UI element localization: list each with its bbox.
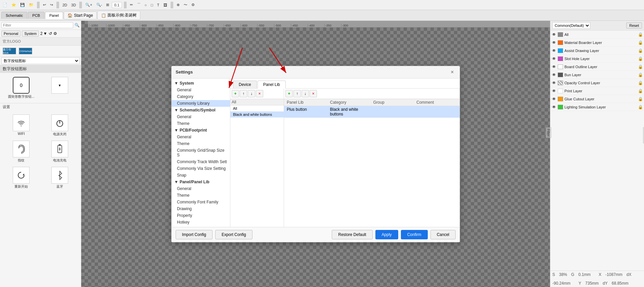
toolbar-image[interactable]: 🖼: [162, 2, 169, 8]
tab-panel[interactable]: Panel: [45, 12, 63, 19]
tree-item-font-family[interactable]: Commonly Font Family: [172, 199, 230, 205]
tree-item-general2[interactable]: General: [172, 113, 230, 120]
add-btn-left[interactable]: +: [232, 90, 239, 97]
eye-icon[interactable]: 👁: [552, 97, 556, 101]
lock-icon[interactable]: 🔒: [638, 73, 643, 77]
add-btn-right[interactable]: +: [285, 90, 293, 97]
list-item-bluetooth[interactable]: 蓝牙: [41, 165, 79, 190]
version-down[interactable]: ▼: [43, 31, 47, 36]
tab-panel-lib[interactable]: Panel Lib: [258, 81, 286, 89]
list-item-wifi[interactable]: WIFI: [3, 113, 40, 138]
eye-icon[interactable]: 👁: [552, 81, 556, 85]
up-btn-right[interactable]: ↑: [293, 90, 301, 97]
lock-icon[interactable]: 🔒: [638, 105, 643, 109]
tree-parent-schematic[interactable]: ▼ Schematic/Symbol: [172, 107, 230, 113]
personal-btn[interactable]: Personal: [1, 31, 20, 37]
layer-row-bun[interactable]: 👁 Bun Layer 🔒: [550, 71, 644, 79]
lib-dropdown[interactable]: 数字按钮图标: [1, 57, 80, 64]
lock-icon[interactable]: 🔒: [638, 40, 643, 45]
eye-icon[interactable]: 👁: [552, 73, 556, 77]
tree-item-category[interactable]: Category: [172, 93, 230, 100]
export-config-button[interactable]: Export Config: [215, 230, 252, 239]
layer-row-print[interactable]: 👁 Print Layer 🔒: [550, 87, 644, 95]
layer-row-board-outline[interactable]: 👁 Board Outline Layer 🔒: [550, 63, 644, 71]
list-item-power[interactable]: 电源关闭: [41, 113, 79, 138]
tab-schematic[interactable]: Schematic: [1, 12, 27, 19]
tree-parent-pcb[interactable]: ▼ PCB/Footprint: [172, 127, 230, 134]
layer-row-slot[interactable]: 👁 Slot Hole Layer 🔒: [550, 55, 644, 63]
list-item[interactable]: 0 圆矩形数字按钮...: [3, 76, 40, 100]
toolbar-arc[interactable]: ⌒: [136, 2, 142, 8]
layer-row-glue[interactable]: 👁 Glue Cutout Layer 🔒: [550, 95, 644, 103]
toolbar-fit[interactable]: ⊞: [105, 2, 110, 8]
eye-icon[interactable]: 👁: [552, 89, 556, 93]
tree-item-snap[interactable]: Snap: [172, 172, 230, 179]
canvas-area[interactable]: -1050 -1000 -950 -900 -850 -800 -750 -70…: [81, 21, 550, 287]
list-item-restart[interactable]: 重新开始: [3, 165, 40, 190]
toolbar-icon-redo[interactable]: ↪: [49, 2, 54, 8]
toolbar-icon-folder[interactable]: 📁: [28, 2, 35, 8]
lock-icon[interactable]: 🔒: [638, 64, 643, 69]
lock-icon[interactable]: 🔒: [638, 81, 643, 85]
tree-item-theme2[interactable]: Theme: [172, 140, 230, 147]
tree-item-general4[interactable]: General: [172, 185, 230, 192]
down-btn-left[interactable]: ↓: [248, 90, 255, 97]
nav-panel-tab[interactable]: 📋 面板示例:圣诞树: [97, 11, 140, 20]
list-item[interactable]: ▼: [41, 76, 79, 100]
toolbar-wire[interactable]: 〜: [182, 2, 189, 8]
close-button[interactable]: ×: [449, 69, 456, 76]
layer-row-material[interactable]: 👁 Material Boarder Layer 🔒: [550, 39, 644, 47]
tree-parent-panel[interactable]: ▼ Panel/Panel Lib: [172, 179, 230, 185]
tree-parent-system[interactable]: ▼ System: [172, 80, 230, 87]
lock-icon[interactable]: 🔒: [638, 89, 643, 93]
tree-item-grid-snap[interactable]: Commonly Grid/Snap Size S: [172, 147, 230, 158]
apply-button[interactable]: Apply: [375, 230, 398, 239]
layer-row-assist[interactable]: 👁 Assist Drawing Layer 🔒: [550, 47, 644, 55]
tree-item-hotkey[interactable]: Hotkey: [172, 219, 230, 226]
toolbar-icon-star[interactable]: ⭐: [10, 2, 17, 8]
reset-button[interactable]: Reset: [626, 22, 642, 29]
system-btn[interactable]: System: [22, 31, 39, 37]
list-item-all[interactable]: All: [230, 105, 284, 111]
toolbar-text[interactable]: T: [156, 2, 161, 8]
layer-preset-dropdown[interactable]: Common(Default): [552, 22, 590, 29]
restore-default-button[interactable]: Restore Default: [332, 230, 372, 239]
import-config-button[interactable]: Import Config: [176, 230, 213, 239]
list-item-fingerprint[interactable]: 指纹: [3, 139, 40, 164]
layer-row-opacity[interactable]: 👁 Opacity Control Layer 🔒: [550, 79, 644, 87]
lock-icon[interactable]: 🔒: [638, 32, 643, 37]
toolbar-icon-save[interactable]: 💾: [19, 2, 26, 8]
cancel-button[interactable]: Cancel: [430, 230, 456, 239]
layer-row-all[interactable]: 👁 All 🔒: [550, 31, 644, 39]
start-page-tab[interactable]: 🏠 Start Page: [64, 11, 97, 19]
lock-icon[interactable]: 🔒: [638, 97, 643, 101]
filter-input[interactable]: [1, 22, 73, 28]
tree-item-general3[interactable]: General: [172, 134, 230, 140]
search-icon[interactable]: 🔍: [75, 23, 80, 28]
toolbar-rect[interactable]: □: [149, 2, 154, 8]
tree-item-theme1[interactable]: Theme: [172, 120, 230, 127]
eye-icon[interactable]: 👁: [552, 105, 556, 109]
tab-pcb[interactable]: PCB: [28, 12, 44, 19]
toolbar-snap[interactable]: ⊕: [175, 2, 181, 8]
list-item-battery[interactable]: 电池充电: [41, 139, 79, 164]
toolbar-pencil[interactable]: ✏: [129, 2, 134, 8]
tree-item-track-width[interactable]: Commonly Track Width Sett: [172, 158, 230, 165]
table-row[interactable]: Plus button Black and white buttons: [284, 106, 460, 118]
tab-device[interactable]: Device: [233, 81, 257, 88]
lock-icon[interactable]: 🔒: [638, 48, 643, 53]
delete-btn-right[interactable]: ×: [310, 90, 317, 97]
tree-item-property[interactable]: Property: [172, 212, 230, 219]
toolbar-gear[interactable]: ⚙: [190, 2, 196, 8]
toolbar-icon-undo[interactable]: ↩: [42, 2, 47, 8]
list-item-bwb[interactable]: Black and white buttons: [230, 111, 284, 117]
toolbar-3d[interactable]: 3D: [70, 2, 77, 8]
tree-item-commonly-library[interactable]: Commonly Library: [172, 100, 230, 107]
layer-row-lighting[interactable]: 👁 Lighting Simulation Layer 🔒: [550, 103, 644, 111]
refresh-icon[interactable]: ↺: [49, 31, 52, 36]
dialog-overlay[interactable]: Settings × ▼ System General Category Com…: [81, 21, 550, 287]
eye-icon[interactable]: 👁: [552, 56, 556, 61]
lock-icon[interactable]: 🔒: [638, 56, 643, 61]
settings-icon-left[interactable]: ⚙: [53, 31, 57, 36]
up-btn-left[interactable]: ↑: [240, 90, 247, 97]
